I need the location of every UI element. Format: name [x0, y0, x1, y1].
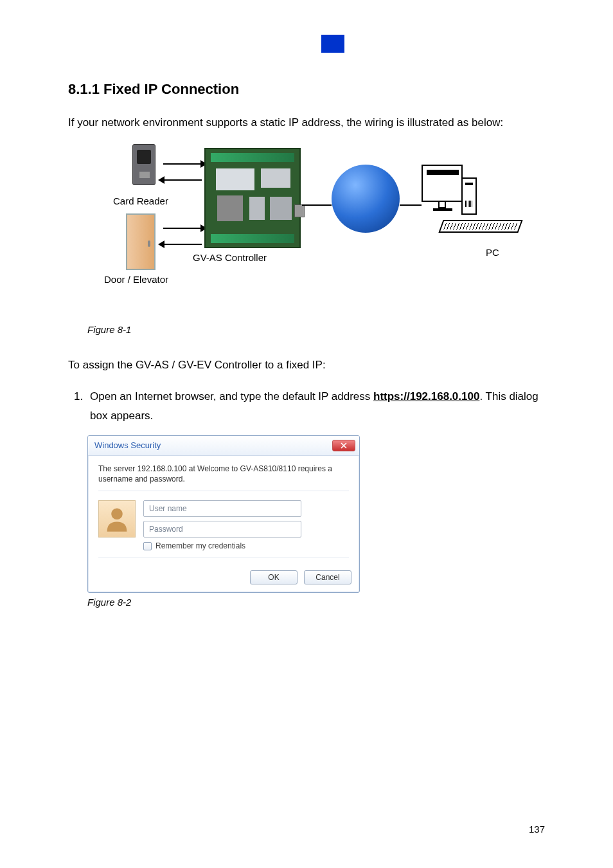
dialog-button-row: OK Cancel	[88, 570, 359, 592]
remember-label: Remember my credentials	[155, 541, 245, 550]
windows-security-dialog: Windows Security The server 192.168.0.10…	[87, 435, 360, 593]
step-1: Open an Internet browser, and type the d…	[86, 387, 545, 426]
dialog-title-text: Windows Security	[94, 440, 161, 450]
controller-board-icon	[204, 148, 301, 248]
svg-point-0	[111, 509, 123, 520]
wiring-diagram: Card Reader Door / Elevator GV-AS Contro…	[87, 144, 524, 285]
pc-label: PC	[486, 247, 499, 258]
section-title: 8.1.1 Fixed IP Connection	[68, 81, 545, 98]
chapter-box	[321, 35, 344, 53]
close-button[interactable]	[332, 440, 355, 451]
intro-text: If your network environment supports a s…	[68, 114, 545, 131]
page-number: 137	[529, 824, 545, 835]
arrow-icon	[163, 163, 202, 165]
pc-icon	[422, 165, 522, 242]
arrow-icon	[163, 228, 202, 229]
card-reader-label: Card Reader	[113, 195, 168, 206]
close-icon	[341, 442, 347, 449]
step1-ip: https://192.168.0.100	[373, 390, 479, 402]
controller-label: GV-AS Controller	[193, 252, 267, 263]
divider	[98, 491, 349, 491]
page-content: 8.1.1 Fixed IP Connection If your networ…	[0, 0, 613, 608]
cancel-button[interactable]: Cancel	[304, 570, 351, 584]
assign-text: To assign the GV-AS / GV-EV Controller t…	[68, 357, 545, 374]
connector-line	[302, 204, 332, 206]
ok-button[interactable]: OK	[250, 570, 298, 584]
remember-checkbox[interactable]	[143, 542, 152, 550]
steps-list: Open an Internet browser, and type the d…	[86, 387, 545, 426]
user-avatar-icon	[98, 500, 136, 538]
dialog-server-text: The server 192.168.0.100 at Welcome to G…	[98, 464, 349, 484]
internet-globe-icon	[332, 165, 400, 233]
password-input[interactable]: Password	[143, 521, 301, 538]
door-label: Door / Elevator	[104, 274, 168, 285]
dialog-body: The server 192.168.0.100 at Welcome to G…	[88, 456, 359, 570]
step1-pre: Open an Internet browser, and type the d…	[90, 390, 373, 402]
divider	[98, 557, 349, 557]
figure-caption-1: Figure 8-1	[87, 324, 545, 335]
arrow-icon	[163, 179, 202, 181]
door-icon	[126, 213, 155, 270]
arrow-icon	[163, 244, 202, 245]
username-input[interactable]: User name	[143, 500, 301, 517]
connector-line	[400, 204, 422, 206]
remember-row: Remember my credentials	[143, 541, 349, 550]
figure-caption-2: Figure 8-2	[87, 597, 545, 608]
dialog-titlebar: Windows Security	[88, 436, 359, 456]
card-reader-icon	[132, 144, 155, 185]
